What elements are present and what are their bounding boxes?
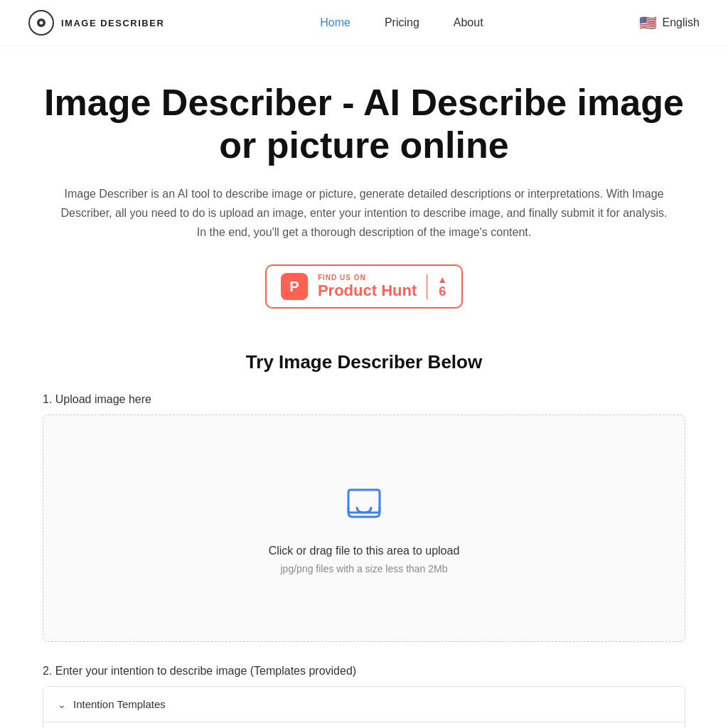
flag-icon: 🇺🇸: [639, 14, 657, 31]
logo-text: IMAGE DESCRIBER: [61, 18, 164, 28]
product-hunt-upvote: ▲ 6: [427, 274, 447, 299]
language-selector[interactable]: 🇺🇸 English: [639, 14, 700, 31]
product-hunt-logo: P: [281, 273, 308, 300]
product-hunt-name: Product Hunt: [318, 282, 417, 300]
product-hunt-text: FIND US ON Product Hunt: [318, 274, 417, 300]
nav-about[interactable]: About: [454, 16, 483, 29]
upload-main-text: Click or drag file to this area to uploa…: [269, 545, 460, 557]
intention-label: Intention Templates: [73, 698, 166, 710]
upvote-count: 6: [439, 284, 446, 299]
product-hunt-badge[interactable]: P FIND US ON Product Hunt ▲ 6: [265, 264, 463, 309]
svg-rect-3: [348, 490, 380, 513]
hero-section: Image Describer - AI Describe image or p…: [0, 46, 728, 351]
step1-label: 1. Upload image here: [43, 393, 685, 406]
svg-point-2: [40, 21, 43, 25]
upvote-arrow-icon: ▲: [437, 274, 447, 284]
main-content: Try Image Describer Below 1. Upload imag…: [0, 351, 728, 728]
hero-title: Image Describer - AI Describe image or p…: [43, 82, 685, 167]
nav-home[interactable]: Home: [320, 16, 350, 29]
logo-icon: [28, 10, 54, 36]
logo: IMAGE DESCRIBER: [28, 10, 164, 36]
intention-header[interactable]: ⌄ Intention Templates: [43, 687, 685, 722]
upload-icon: [343, 483, 385, 532]
template-chips: AI Describe Image In DetailAI Describe I…: [43, 722, 685, 728]
header: IMAGE DESCRIBER Home Pricing About 🇺🇸 En…: [0, 0, 728, 46]
nav-pricing[interactable]: Pricing: [385, 16, 419, 29]
product-hunt-find-label: FIND US ON: [318, 274, 417, 282]
step2-label: 2. Enter your intention to describe imag…: [43, 665, 685, 678]
intention-templates-container: ⌄ Intention Templates AI Describe Image …: [43, 686, 685, 728]
try-title: Try Image Describer Below: [43, 351, 685, 373]
main-nav: Home Pricing About: [320, 16, 483, 29]
hero-description: Image Describer is an AI tool to describ…: [58, 184, 670, 242]
language-label: English: [663, 16, 700, 29]
upload-sub-text: jpg/png files with a size less than 2Mb: [280, 563, 447, 574]
upload-area[interactable]: Click or drag file to this area to uploa…: [43, 414, 685, 642]
chevron-down-icon: ⌄: [58, 699, 66, 710]
